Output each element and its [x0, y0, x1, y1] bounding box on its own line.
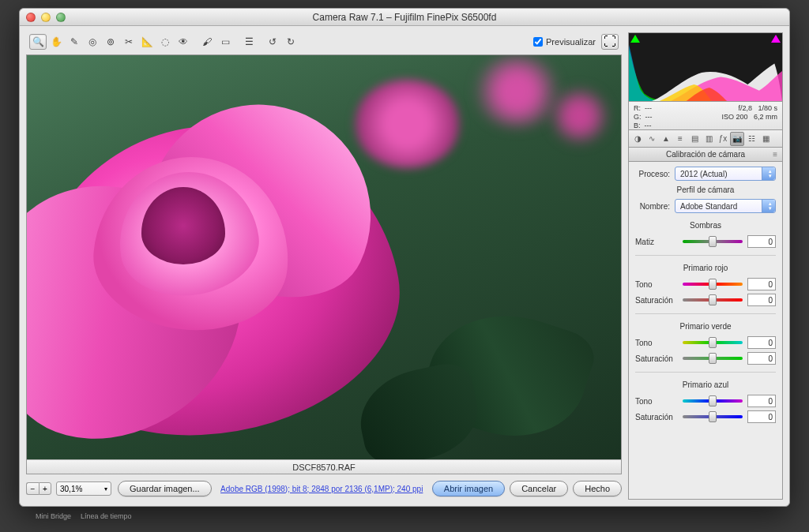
window-controls	[26, 13, 66, 22]
red-sat-label: Saturación	[635, 296, 678, 305]
done-button[interactable]: Hecho	[573, 481, 622, 496]
status-mini-bridge[interactable]: Mini Bridge	[36, 512, 71, 520]
green-sat-slider[interactable]	[683, 351, 743, 365]
tab-curve-icon[interactable]: ∿	[645, 132, 659, 146]
image-canvas[interactable]	[27, 55, 621, 459]
redeye-icon[interactable]: 👁	[175, 34, 192, 50]
rotate-ccw-icon[interactable]: ↺	[264, 34, 281, 50]
blue-header: Primario azul	[635, 380, 776, 389]
workflow-options-link[interactable]: Adobe RGB (1998); bit 8; 2848 por 2136 (…	[220, 485, 423, 493]
preview-checkbox-label[interactable]: Previsualizar	[533, 37, 596, 47]
dialog-content: 🔍 ✋ ✎ ◎ ⊚ ✂ 📐 ◌ 👁 🖌 ▭ ☰ ↺ ↻ Previs	[20, 26, 789, 506]
red-hue-value[interactable]: 0	[747, 278, 776, 290]
zoom-select[interactable]: 30,1%	[56, 481, 111, 496]
graduated-filter-icon[interactable]: ▭	[216, 34, 234, 50]
color-sampler-icon[interactable]: ◎	[84, 34, 101, 50]
spot-removal-icon[interactable]: ◌	[156, 34, 174, 50]
tab-basic-icon[interactable]: ◑	[630, 132, 645, 146]
zoom-in-button[interactable]: +	[39, 482, 51, 495]
toolbar: 🔍 ✋ ✎ ◎ ⊚ ✂ 📐 ◌ 👁 🖌 ▭ ☰ ↺ ↻ Previs	[26, 32, 622, 51]
shadows-hue-value[interactable]: 0	[747, 235, 776, 248]
meta-bar: R: --- G: --- B: --- f/2,8 1/80 s ISO 20…	[628, 102, 783, 130]
camera-raw-dialog: Camera Raw 7.1 – Fujifilm FinePix S6500f…	[19, 8, 790, 507]
right-pane: R: --- G: --- B: --- f/2,8 1/80 s ISO 20…	[628, 32, 783, 500]
status-timeline[interactable]: Línea de tiempo	[81, 512, 132, 520]
tab-lens-icon[interactable]: ▥	[702, 132, 716, 146]
exif-readout: f/2,8 1/80 s ISO 200 6,2 mm	[721, 104, 777, 127]
process-select[interactable]: 2012 (Actual)▴▾	[675, 167, 776, 181]
shadows-hue-label: Matiz	[635, 238, 678, 246]
camera-profile-header: Perfil de cámara	[635, 185, 776, 194]
tab-calibration-icon[interactable]: 📷	[730, 132, 744, 146]
name-label: Nombre:	[635, 202, 670, 211]
tab-presets-icon[interactable]: ☷	[744, 132, 758, 146]
blue-hue-slider[interactable]	[683, 394, 743, 408]
left-pane: 🔍 ✋ ✎ ◎ ⊚ ✂ 📐 ◌ 👁 🖌 ▭ ☰ ↺ ↻ Previs	[26, 32, 622, 500]
white-balance-icon[interactable]: ✎	[66, 34, 83, 50]
preferences-icon[interactable]: ☰	[240, 34, 258, 50]
straighten-icon[interactable]: 📐	[138, 34, 156, 50]
tab-detail-icon[interactable]: ▲	[659, 132, 673, 146]
preview-label-text: Previsualizar	[546, 37, 596, 47]
titlebar: Camera Raw 7.1 – Fujifilm FinePix S6500f…	[20, 9, 789, 26]
rotate-cw-icon[interactable]: ↻	[282, 34, 299, 50]
blue-hue-label: Tono	[635, 397, 678, 406]
tab-fx-icon[interactable]: ƒx	[716, 132, 730, 146]
red-sat-value[interactable]: 0	[747, 294, 776, 306]
minimize-icon[interactable]	[41, 13, 51, 22]
histogram[interactable]	[628, 32, 783, 102]
cancel-button[interactable]: Cancelar	[510, 481, 568, 496]
zoom-icon[interactable]	[56, 13, 66, 22]
green-sat-label: Saturación	[635, 354, 678, 363]
zoom-tool-icon[interactable]: 🔍	[29, 34, 47, 50]
app-status-bar: Mini Bridge Línea de tiempo	[36, 512, 132, 520]
shadows-hue-slider[interactable]	[683, 234, 743, 249]
green-hue-value[interactable]: 0	[747, 336, 776, 349]
image-preview-frame: DSCF8570.RAF	[26, 54, 622, 474]
close-icon[interactable]	[26, 13, 36, 22]
blue-sat-label: Saturación	[635, 413, 678, 421]
calibration-panel: Proceso: 2012 (Actual)▴▾ Perfil de cámar…	[628, 162, 783, 500]
fullscreen-toggle-icon[interactable]: ⛶	[601, 34, 619, 50]
preview-checkbox[interactable]	[533, 37, 543, 47]
zoom-out-button[interactable]: −	[26, 482, 39, 495]
process-label: Proceso:	[635, 170, 670, 178]
blue-hue-value[interactable]: 0	[747, 395, 776, 407]
bottom-bar: − + 30,1% Guardar imagen... Adobe RGB (1…	[26, 478, 622, 500]
zoom-buttons: − +	[26, 482, 51, 495]
red-header: Primario rojo	[635, 264, 776, 272]
filename-bar: DSCF8570.RAF	[27, 459, 621, 474]
rgb-readout: R: --- G: --- B: ---	[634, 104, 653, 127]
panel-tabs: ◑ ∿ ▲ ≡ ▤ ▥ ƒx 📷 ☷ ▦	[628, 130, 783, 148]
red-hue-label: Tono	[635, 280, 678, 289]
targeted-adjust-icon[interactable]: ⊚	[102, 34, 119, 50]
window-title: Camera Raw 7.1 – Fujifilm FinePix S6500f…	[313, 12, 497, 23]
profile-select[interactable]: Adobe Standard▴▾	[675, 199, 776, 213]
open-image-button[interactable]: Abrir imagen	[432, 481, 505, 496]
green-hue-label: Tono	[635, 339, 678, 347]
green-sat-value[interactable]: 0	[747, 352, 776, 365]
red-hue-slider[interactable]	[683, 277, 743, 291]
blue-sat-slider[interactable]	[683, 410, 743, 424]
tab-hsl-icon[interactable]: ≡	[673, 132, 687, 146]
shadows-header: Sombras	[635, 221, 776, 230]
panel-header: Calibración de cámara	[628, 148, 783, 162]
green-hue-slider[interactable]	[683, 335, 743, 350]
red-sat-slider[interactable]	[683, 293, 743, 307]
adjustment-brush-icon[interactable]: 🖌	[198, 34, 216, 50]
tab-split-icon[interactable]: ▤	[687, 132, 702, 146]
green-header: Primario verde	[635, 322, 776, 331]
hand-tool-icon[interactable]: ✋	[47, 34, 65, 50]
crop-tool-icon[interactable]: ✂	[120, 34, 137, 50]
tab-snapshots-icon[interactable]: ▦	[758, 132, 773, 146]
blue-sat-value[interactable]: 0	[747, 410, 776, 423]
save-image-button[interactable]: Guardar imagen...	[118, 481, 212, 496]
filename-text: DSCF8570.RAF	[292, 463, 355, 472]
histogram-svg	[629, 41, 782, 101]
